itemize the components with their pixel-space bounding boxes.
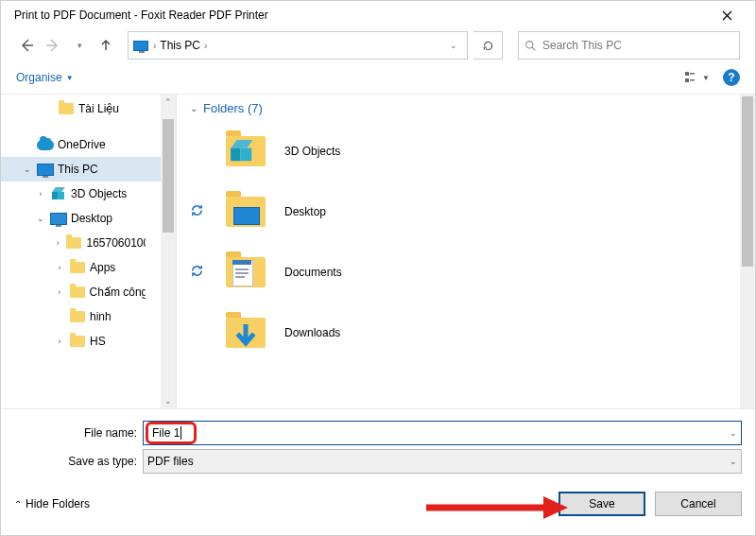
folder-icon xyxy=(224,190,267,233)
chevron-down-icon: ⌄ xyxy=(190,103,198,113)
folder-item[interactable]: Downloads xyxy=(190,303,740,363)
folder-item[interactable]: Documents xyxy=(190,242,740,303)
navbar: ▾ › This PC › ⌄ Search This PC xyxy=(1,29,755,61)
chevron-right-icon: › xyxy=(204,41,207,51)
tree-item[interactable]: ›HS xyxy=(1,329,161,354)
recent-locations-button[interactable]: ▾ xyxy=(69,35,90,56)
annotation-arrow xyxy=(426,496,568,519)
folder-item[interactable]: Desktop xyxy=(190,182,740,242)
nav-up-button[interactable] xyxy=(95,35,116,56)
save-dialog: Print to PDF Document - Foxit Reader PDF… xyxy=(0,0,756,536)
expand-toggle[interactable]: ⌄ xyxy=(35,214,46,223)
saveastype-select[interactable]: PDF files ⌄ xyxy=(143,449,742,474)
folder-icon xyxy=(69,284,86,301)
triangle-down-icon: ▼ xyxy=(702,74,710,82)
tree-item[interactable]: hinh xyxy=(1,304,161,329)
nav-forward-button[interactable] xyxy=(43,35,63,56)
tree-item-label: Chấm công xyxy=(90,285,146,299)
sync-icon xyxy=(190,203,207,220)
triangle-down-icon: ▼ xyxy=(66,74,74,82)
filename-input[interactable]: File 1 ⌄ xyxy=(143,421,742,445)
tree-scrollbar[interactable] xyxy=(161,110,176,393)
help-button[interactable]: ? xyxy=(723,69,740,86)
expand-toggle[interactable]: › xyxy=(54,263,65,272)
search-input[interactable]: Search This PC xyxy=(518,31,740,60)
text-cursor xyxy=(180,426,181,440)
cube-icon xyxy=(50,185,67,202)
tree-item[interactable]: OneDrive xyxy=(1,132,161,157)
svg-rect-3 xyxy=(685,78,689,82)
tree-item[interactable]: ›1657060100_Hà xyxy=(1,231,161,255)
folder-item[interactable]: 3D Objects xyxy=(190,121,740,182)
tree-item[interactable]: ⌄Desktop xyxy=(1,206,161,231)
tree-item[interactable]: ›Chấm công xyxy=(1,280,161,304)
thispc-icon xyxy=(132,37,149,54)
chevron-right-icon: › xyxy=(153,41,156,51)
breadcrumb[interactable]: › This PC › ⌄ xyxy=(128,31,468,60)
toolbar: Organise ▼ ▼ ? xyxy=(1,61,755,95)
folder-icon xyxy=(224,130,267,173)
tree-item-label: Apps xyxy=(90,261,115,274)
arrow-left-icon xyxy=(19,38,34,53)
organise-label: Organise xyxy=(16,71,62,84)
chevron-up-icon: ⌃ xyxy=(164,97,172,107)
search-placeholder: Search This PC xyxy=(542,39,622,52)
tree-item[interactable]: ⌄This PC xyxy=(1,157,161,182)
refresh-button[interactable] xyxy=(473,31,503,60)
svg-rect-1 xyxy=(685,72,689,76)
expand-toggle[interactable]: ⌄ xyxy=(22,164,33,174)
folder-label: Documents xyxy=(284,266,342,279)
svg-rect-2 xyxy=(690,73,695,75)
arrow-up-icon xyxy=(99,39,112,52)
cancel-button-label: Cancel xyxy=(680,497,715,510)
save-fields: File name: File 1 ⌄ Save as type: PDF fi… xyxy=(1,408,755,479)
tree-item-label: This PC xyxy=(58,163,98,176)
scroll-thumb[interactable] xyxy=(742,96,753,267)
folder-icon xyxy=(224,311,267,354)
expand-toggle[interactable]: › xyxy=(54,287,65,297)
desktop-icon xyxy=(50,210,67,227)
chevron-down-icon[interactable]: ⌄ xyxy=(730,428,737,438)
tree-item[interactable]: ›3D Objects xyxy=(1,182,161,206)
chevron-down-icon: ⌄ xyxy=(730,457,737,466)
expand-toggle[interactable]: › xyxy=(35,189,46,199)
help-icon: ? xyxy=(728,71,734,84)
cancel-button[interactable]: Cancel xyxy=(655,492,742,516)
close-button[interactable] xyxy=(708,1,746,29)
view-icon xyxy=(685,71,700,84)
svg-rect-4 xyxy=(690,79,695,81)
organise-menu[interactable]: Organise ▼ xyxy=(16,71,74,84)
tree-item[interactable]: Tài Liệu xyxy=(1,96,161,121)
view-options-button[interactable]: ▼ xyxy=(685,71,710,84)
tree-item-label: 1657060100_Hà xyxy=(86,236,146,250)
save-button[interactable]: Save xyxy=(558,492,645,516)
folder-icon xyxy=(58,100,75,117)
tree-scroll-up[interactable]: ⌃ xyxy=(161,95,176,110)
folder-icon xyxy=(69,308,86,325)
folder-icon xyxy=(65,234,82,251)
chevron-down-icon: ▾ xyxy=(77,41,82,50)
file-view: ⌄ Folders (7) 3D ObjectsDesktopDocuments… xyxy=(177,95,755,408)
breadcrumb-dropdown[interactable]: ⌄ xyxy=(444,41,463,50)
scroll-thumb[interactable] xyxy=(163,119,174,233)
svg-point-0 xyxy=(526,41,533,47)
dialog-actions: ⌃ Hide Folders Save Cancel xyxy=(1,479,755,528)
expand-toggle[interactable]: › xyxy=(54,337,65,346)
tree-item-label: 3D Objects xyxy=(71,187,127,200)
arrow-right-icon xyxy=(45,38,60,53)
tree-item[interactable]: ›Apps xyxy=(1,255,161,280)
chevron-up-icon: ⌃ xyxy=(14,499,22,510)
folders-section-label: Folders (7) xyxy=(203,101,263,115)
window-title: Print to PDF Document - Foxit Reader PDF… xyxy=(14,9,708,22)
nav-tree: ⌃ Tài LiệuOneDrive⌄This PC›3D Objects⌄De… xyxy=(1,95,177,408)
saveastype-value: PDF files xyxy=(147,455,194,468)
hide-folders-button[interactable]: ⌃ Hide Folders xyxy=(14,497,90,510)
folders-section-header[interactable]: ⌄ Folders (7) xyxy=(190,95,740,121)
tree-scroll-down[interactable]: ⌄ xyxy=(161,393,176,408)
breadcrumb-segment[interactable]: This PC xyxy=(160,39,200,52)
filename-value: File 1 xyxy=(147,426,180,440)
expand-toggle[interactable]: › xyxy=(54,238,61,248)
saveastype-label: Save as type: xyxy=(14,455,143,468)
nav-back-button[interactable] xyxy=(16,35,37,56)
main-scrollbar[interactable] xyxy=(740,95,755,408)
